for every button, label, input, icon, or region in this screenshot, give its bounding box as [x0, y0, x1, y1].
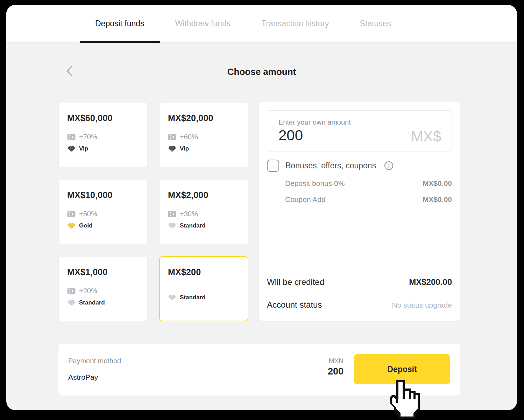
card-bonus: +50% [79, 210, 97, 218]
amount-card[interactable]: MX$2,000 +30% Standard [159, 179, 248, 244]
payment-method-label: Payment method [68, 357, 121, 365]
credited-value: MX$200.00 [409, 277, 452, 287]
deposit-bonus-row: Deposit bonus 0% MX$0.00 [285, 179, 452, 188]
page-title: Choose amount [6, 66, 517, 77]
deposit-button[interactable]: Deposit [354, 354, 450, 384]
coupon-row: Coupon Add MX$0.00 [285, 195, 452, 204]
tier-diamond-icon [168, 223, 176, 229]
card-amount: MX$20,000 [168, 113, 240, 123]
tier-diamond-icon [67, 223, 76, 229]
card-tier: Vip [180, 145, 189, 152]
amount-input-label: Enter your own amount [278, 118, 351, 126]
card-amount: MX$10,000 [67, 190, 139, 200]
deposit-bonus-value: MX$0.00 [423, 179, 452, 188]
payment-method-value[interactable]: AstroPay [68, 373, 98, 382]
footer-amount: 200 [328, 366, 344, 377]
amount-panel: Enter your own amount 200 MX$ Bonuses, o… [259, 102, 460, 321]
tier-diamond-icon [67, 300, 76, 306]
tier-diamond-icon [168, 294, 176, 301]
coupon-add-link[interactable]: Add [312, 195, 325, 203]
card-bonus: +30% [180, 210, 198, 218]
card-tier: Gold [79, 222, 93, 229]
info-icon[interactable]: ! [384, 161, 393, 170]
tab-deposit-funds[interactable]: Deposit funds [80, 5, 160, 42]
credited-row: Will be credited MX$200.00 [267, 277, 452, 287]
card-tier: Standard [180, 222, 206, 229]
payment-footer: Payment method AstroPay MXN 200 Deposit [58, 344, 460, 396]
app-window: Deposit funds Withdraw funds Transaction… [6, 5, 517, 410]
credited-label: Will be credited [267, 277, 324, 287]
card-tier: Standard [79, 299, 105, 306]
bonuses-label: Bonuses, offers, coupons [285, 161, 376, 170]
currency-symbol: MX$ [411, 128, 441, 145]
bonus-ticket-icon [168, 211, 176, 217]
account-status-value: No status upgrade [392, 301, 452, 309]
amount-input-value[interactable]: 200 [278, 127, 351, 144]
card-bonus: +70% [79, 133, 97, 141]
bonus-ticket-icon [67, 288, 76, 294]
own-amount-input[interactable]: Enter your own amount 200 MX$ [267, 110, 452, 152]
card-amount: MX$1,000 [67, 267, 139, 277]
tier-diamond-icon [67, 146, 76, 152]
card-bonus: +20% [79, 287, 97, 295]
card-bonus: +60% [180, 133, 198, 141]
amount-card[interactable]: MX$20,000 +60% Vip [159, 102, 248, 167]
coupon-value: MX$0.00 [423, 195, 452, 204]
card-tier: Vip [79, 145, 88, 152]
card-amount: MX$2,000 [168, 190, 240, 200]
tabs-nav: Deposit funds Withdraw funds Transaction… [6, 5, 517, 42]
bonus-ticket-icon [67, 211, 76, 217]
card-tier: Standard [180, 294, 206, 301]
account-status-row: Account status No status upgrade [267, 300, 452, 310]
account-status-label: Account status [267, 300, 322, 310]
amount-card[interactable]: MX$1,000 +20% Standard [58, 256, 148, 321]
tabs-header: Deposit funds Withdraw funds Transaction… [6, 5, 517, 43]
amount-card-selected[interactable]: MX$200 Standard [159, 256, 248, 321]
amount-card[interactable]: MX$60,000 +70% Vip [58, 102, 148, 167]
bonus-ticket-icon [168, 134, 176, 140]
coupon-label: Coupon [285, 195, 311, 203]
tier-diamond-icon [168, 146, 176, 152]
amount-cards-grid: MX$60,000 +70% Vip MX$20,000 [58, 102, 248, 321]
bonus-ticket-icon [67, 134, 76, 140]
amount-card[interactable]: MX$10,000 +50% Gold [58, 179, 148, 244]
tab-statuses[interactable]: Statuses [345, 5, 407, 42]
tab-withdraw-funds[interactable]: Withdraw funds [160, 5, 246, 42]
card-amount: MX$200 [168, 267, 240, 277]
card-amount: MX$60,000 [67, 113, 139, 123]
deposit-bonus-label: Deposit bonus 0% [285, 179, 345, 188]
bonuses-row: Bonuses, offers, coupons ! [267, 160, 393, 172]
footer-currency-code: MXN [329, 357, 344, 365]
tab-transaction-history[interactable]: Transaction history [246, 5, 344, 42]
bonuses-checkbox[interactable] [267, 160, 279, 172]
